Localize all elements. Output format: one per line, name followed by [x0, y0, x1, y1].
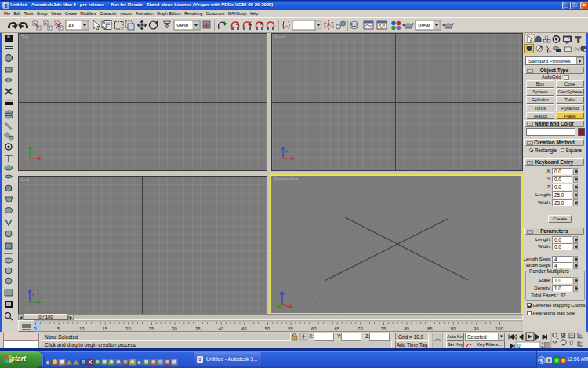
svg-text:y: y	[26, 303, 28, 308]
svg-text:65: 65	[335, 326, 340, 331]
svg-text:85: 85	[427, 326, 433, 331]
svg-text:90: 90	[451, 326, 456, 331]
svg-text:30: 30	[172, 326, 177, 331]
svg-text:x: x	[279, 159, 281, 164]
svg-text:All: All	[68, 23, 74, 28]
svg-text:x: x	[26, 159, 28, 164]
svg-text:40: 40	[219, 326, 224, 331]
svg-text:e: e	[137, 359, 140, 366]
svg-text:View: View	[176, 23, 189, 28]
svg-text:z: z	[285, 148, 288, 153]
svg-text:X: X	[88, 359, 92, 366]
svg-text:z: z	[32, 292, 34, 297]
svg-text:60: 60	[311, 326, 317, 331]
svg-text:25: 25	[149, 326, 154, 331]
svg-text:%: %	[260, 21, 264, 26]
svg-text:5: 5	[57, 326, 60, 331]
svg-text:80: 80	[404, 326, 409, 331]
svg-text:95: 95	[474, 326, 479, 331]
svg-text:35: 35	[195, 326, 201, 331]
svg-text:View: View	[418, 23, 430, 28]
svg-text:y: y	[32, 148, 34, 153]
svg-text:∠: ∠	[248, 21, 252, 26]
svg-text:20: 20	[125, 326, 131, 331]
svg-text:50: 50	[265, 326, 270, 331]
svg-text:10: 10	[79, 326, 85, 331]
svg-text:15: 15	[103, 326, 108, 331]
svg-text:70: 70	[358, 326, 363, 331]
svg-text:75: 75	[381, 326, 387, 331]
svg-text:0: 0	[517, 343, 521, 348]
svg-text:100: 100	[495, 326, 504, 331]
svg-text:55: 55	[288, 326, 293, 331]
svg-text:45: 45	[241, 326, 247, 331]
svg-text:e: e	[46, 359, 49, 366]
